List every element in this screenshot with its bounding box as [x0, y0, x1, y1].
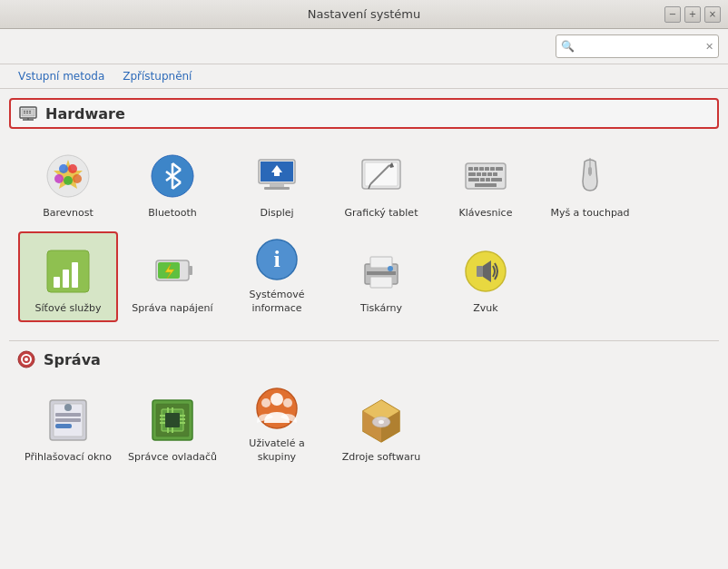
svg-rect-54: [54, 277, 60, 288]
sprava-icon: [16, 349, 36, 369]
svg-rect-87: [180, 415, 185, 417]
svg-rect-88: [180, 418, 185, 420]
search-icon: 🔍: [561, 40, 575, 53]
svg-rect-6: [29, 111, 31, 112]
mys-touchpad-icon: [565, 151, 615, 201]
window-controls: − + ×: [664, 6, 721, 23]
svg-rect-5: [26, 111, 28, 112]
svg-rect-39: [490, 167, 495, 171]
window-title: Nastavení systému: [308, 7, 420, 21]
titlebar: Nastavení systému − + ×: [0, 0, 728, 29]
sprava-title: Správa: [44, 351, 101, 368]
clear-search-icon[interactable]: ✕: [705, 41, 713, 53]
prihlasovaci-okno-icon: [43, 395, 93, 446]
item-zdroje-softwaru[interactable]: Zdroje softwaru: [331, 380, 431, 471]
svg-rect-93: [172, 427, 173, 433]
svg-rect-69: [477, 266, 483, 277]
maximize-button[interactable]: +: [684, 6, 701, 23]
search-input[interactable]: [578, 40, 705, 53]
svg-rect-49: [491, 178, 502, 181]
svg-rect-56: [72, 262, 78, 288]
systemove-informace-label: Systémové informace: [232, 289, 321, 315]
svg-rect-77: [55, 418, 81, 422]
klavesnice-label: Klávesnice: [459, 207, 513, 220]
hardware-title: Hardware: [45, 105, 125, 123]
item-prihlasovaci-okno[interactable]: Přihlašovací okno: [18, 380, 118, 471]
content-area: Hardware: [0, 89, 728, 569]
item-bluetooth[interactable]: Bluetooth: [123, 136, 222, 227]
svg-rect-64: [370, 257, 392, 268]
spravce-ovladacu-icon: [147, 395, 198, 446]
hardware-items-grid: Barevnost: [9, 136, 719, 322]
graficky-tablet-label: Grafický tablet: [345, 207, 418, 220]
svg-rect-25: [270, 183, 284, 187]
svg-rect-8: [26, 113, 28, 113]
item-barevnost[interactable]: Barevnost: [18, 136, 118, 227]
svg-rect-43: [482, 172, 487, 176]
item-uzivatele-skupiny[interactable]: Uživatelé a skupiny: [227, 380, 327, 471]
toolbar: 🔍 ✕: [0, 29, 728, 64]
svg-rect-42: [477, 172, 481, 176]
svg-rect-47: [480, 178, 485, 181]
svg-rect-76: [55, 413, 81, 417]
sprava-napajeni-label: Správa napájení: [132, 302, 212, 315]
prihlasovaci-okno-label: Přihlašovací okno: [25, 451, 112, 464]
section-divider: [9, 340, 719, 341]
svg-rect-85: [160, 418, 165, 420]
svg-rect-58: [189, 266, 192, 275]
zdroje-softwaru-label: Zdroje softwaru: [342, 451, 421, 464]
svg-rect-55: [63, 270, 69, 288]
svg-rect-37: [479, 167, 484, 171]
item-tiskarny[interactable]: Tiskárny: [331, 231, 431, 322]
svg-rect-28: [274, 172, 280, 176]
svg-point-67: [388, 266, 393, 271]
svg-rect-48: [486, 178, 490, 181]
svg-rect-89: [180, 422, 185, 424]
klavesnice-icon: [460, 151, 511, 201]
svg-rect-44: [487, 172, 492, 176]
svg-rect-78: [55, 424, 72, 428]
spravce-ovladacu-label: Správce ovladačů: [128, 451, 217, 464]
svg-rect-45: [493, 172, 497, 176]
svg-text:i: i: [273, 246, 280, 272]
barevnost-label: Barevnost: [43, 207, 93, 220]
item-spravce-ovladacu[interactable]: Správce ovladačů: [123, 380, 222, 471]
top-nav: Vstupní metoda Zpřístupnění: [0, 64, 728, 89]
search-box: 🔍 ✕: [556, 34, 719, 58]
svg-rect-41: [468, 172, 476, 176]
mys-touchpad-label: Myš a touchpad: [550, 207, 629, 220]
nav-zpristupneni[interactable]: Zpřístupnění: [123, 70, 192, 83]
displej-label: Displej: [260, 207, 293, 220]
item-zvuk[interactable]: Zvuk: [436, 231, 536, 322]
item-graficky-tablet[interactable]: Grafický tablet: [331, 136, 431, 227]
barevnost-icon: [43, 151, 93, 201]
hardware-section-header: Hardware: [9, 98, 719, 129]
close-button[interactable]: ×: [704, 6, 721, 23]
item-sitove-sluzby[interactable]: Síťové služby: [18, 231, 118, 322]
svg-point-15: [73, 174, 82, 183]
hardware-icon: [18, 103, 38, 123]
item-displej[interactable]: Displej: [227, 136, 327, 227]
svg-point-96: [261, 398, 271, 407]
uzivatele-skupiny-icon: [251, 385, 302, 432]
item-sprava-napajeni[interactable]: Správa napájení: [123, 231, 222, 322]
item-klavesnice[interactable]: Klávesnice: [436, 136, 536, 227]
tiskarny-label: Tiskárny: [360, 302, 402, 315]
hardware-section: Hardware: [9, 98, 719, 322]
sprava-items-grid: Přihlašovací okno: [9, 380, 719, 471]
minimize-button[interactable]: −: [664, 6, 681, 23]
item-mys-touchpad[interactable]: Myš a touchpad: [540, 136, 640, 227]
uzivatele-skupiny-label: Uživatelé a skupiny: [232, 437, 321, 464]
nav-vstupni-metoda[interactable]: Vstupní metoda: [18, 70, 104, 83]
svg-rect-40: [496, 167, 503, 171]
bluetooth-label: Bluetooth: [148, 207, 196, 220]
svg-rect-46: [468, 178, 479, 181]
bluetooth-icon: [147, 151, 198, 201]
sprava-section-header: Správa: [9, 346, 719, 373]
item-systemove-informace[interactable]: i Systémové informace: [227, 231, 327, 322]
zdroje-softwaru-icon: [356, 395, 407, 446]
svg-rect-38: [485, 167, 489, 171]
systemove-informace-icon: i: [251, 236, 302, 283]
svg-rect-65: [370, 277, 392, 288]
svg-point-14: [64, 176, 73, 185]
